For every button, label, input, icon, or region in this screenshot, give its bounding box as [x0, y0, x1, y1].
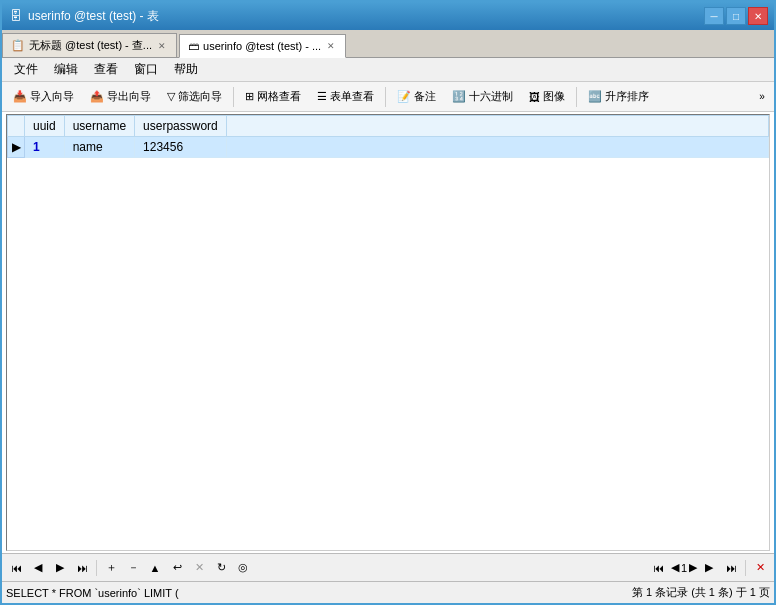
menu-file[interactable]: 文件	[6, 59, 46, 80]
grid-icon: ⊞	[245, 90, 254, 103]
import-icon: 📥	[13, 90, 27, 103]
hex-icon: 🔢	[452, 90, 466, 103]
status-bar: SELECT * FROM `userinfo` LIMIT ( 第 1 条记录…	[2, 581, 774, 603]
nav-sep-2	[745, 560, 746, 576]
page-first-button[interactable]: ⏮	[649, 558, 669, 578]
page-next-button[interactable]: ▶	[699, 558, 719, 578]
menu-bar: 文件 编辑 查看 窗口 帮助	[2, 58, 774, 82]
page-num-icon: ◀	[671, 561, 679, 574]
minimize-button[interactable]: ─	[704, 7, 724, 25]
row-arrow: ▶	[12, 140, 21, 154]
page-number: 1	[681, 562, 687, 574]
page-number-display: ◀ 1 ▶	[671, 561, 697, 574]
sort-asc-button[interactable]: 🔤 升序排序	[581, 85, 656, 109]
tab-label: userinfo @test (test) - ...	[203, 40, 321, 52]
nav-moveup-button[interactable]: ▲	[145, 558, 165, 578]
nav-bar: ⏮ ◀ ▶ ⏭ ＋ － ▲ ↩ ✕ ↻ ◎ ⏮ ◀ 1 ▶ ▶ ⏭ ✕	[2, 553, 774, 581]
nav-undo-button[interactable]: ↩	[167, 558, 187, 578]
data-table: uuid username userpassword ▶ 1 name 1234…	[7, 115, 769, 158]
import-wizard-button[interactable]: 📥 导入向导	[6, 85, 81, 109]
page-total-icon: ▶	[689, 561, 697, 574]
note-button[interactable]: 📝 备注	[390, 85, 443, 109]
nav-sep-1	[96, 560, 97, 576]
table-row[interactable]: ▶ 1 name 123456	[8, 137, 769, 158]
col-empty-header	[226, 116, 768, 137]
main-window: 🗄 userinfo @test (test) - 表 ─ □ ✕ 📋 无标题 …	[0, 0, 776, 605]
title-bar: 🗄 userinfo @test (test) - 表 ─ □ ✕	[2, 2, 774, 30]
export-icon: 📤	[90, 90, 104, 103]
app-icon: 🗄	[8, 8, 24, 24]
form-view-button[interactable]: ☰ 表单查看	[310, 85, 381, 109]
page-last-button[interactable]: ⏭	[721, 558, 741, 578]
nav-first-button[interactable]: ⏮	[6, 558, 26, 578]
menu-view[interactable]: 查看	[86, 59, 126, 80]
toolbar-sep-2	[385, 87, 386, 107]
nav-cancel-button[interactable]: ✕	[189, 558, 209, 578]
nav-next-button[interactable]: ▶	[50, 558, 70, 578]
close-button[interactable]: ✕	[748, 7, 768, 25]
table-area: uuid username userpassword ▶ 1 name 1234…	[6, 114, 770, 551]
cell-empty	[226, 137, 768, 158]
tab-userinfo[interactable]: 🗃 userinfo @test (test) - ... ✕	[179, 34, 346, 58]
toolbar-expand-button[interactable]: »	[754, 89, 770, 105]
col-uuid-header: uuid	[25, 116, 65, 137]
maximize-button[interactable]: □	[726, 7, 746, 25]
export-wizard-button[interactable]: 📤 导出向导	[83, 85, 158, 109]
tab-close-button[interactable]: ✕	[325, 40, 337, 52]
nav-delete-button[interactable]: －	[123, 558, 143, 578]
toolbar: 📥 导入向导 📤 导出向导 ▽ 筛选向导 ⊞ 网格查看 ☰ 表单查看 📝 备注 …	[2, 82, 774, 112]
hex-button[interactable]: 🔢 十六进制	[445, 85, 520, 109]
menu-window[interactable]: 窗口	[126, 59, 166, 80]
grid-view-button[interactable]: ⊞ 网格查看	[238, 85, 308, 109]
image-icon: 🖼	[529, 91, 540, 103]
note-icon: 📝	[397, 90, 411, 103]
tab-label: 无标题 @test (test) - 查...	[29, 38, 152, 53]
nav-prev-button[interactable]: ◀	[28, 558, 48, 578]
cell-username[interactable]: name	[64, 137, 134, 158]
status-record-info: 第 1 条记录 (共 1 条) 于 1 页	[632, 585, 770, 600]
filter-icon: ▽	[167, 90, 175, 103]
cell-userpassword[interactable]: 123456	[135, 137, 227, 158]
row-indicator-header	[8, 116, 25, 137]
col-username-header: username	[64, 116, 134, 137]
toolbar-sep-1	[233, 87, 234, 107]
title-text: userinfo @test (test) - 表	[28, 8, 700, 25]
nav-filter-button[interactable]: ◎	[233, 558, 253, 578]
tab-close-button[interactable]: ✕	[156, 40, 168, 52]
cell-uuid[interactable]: 1	[25, 137, 65, 158]
title-buttons: ─ □ ✕	[704, 7, 768, 25]
menu-edit[interactable]: 编辑	[46, 59, 86, 80]
tab-untitled[interactable]: 📋 无标题 @test (test) - 查... ✕	[2, 33, 177, 57]
status-sql-text: SELECT * FROM `userinfo` LIMIT (	[6, 587, 628, 599]
menu-help[interactable]: 帮助	[166, 59, 206, 80]
filter-wizard-button[interactable]: ▽ 筛选向导	[160, 85, 229, 109]
tab-icon: 🗃	[188, 40, 199, 52]
row-arrow-cell: ▶	[8, 137, 25, 158]
sort-icon: 🔤	[588, 90, 602, 103]
tab-bar: 📋 无标题 @test (test) - 查... ✕ 🗃 userinfo @…	[2, 30, 774, 58]
toolbar-sep-3	[576, 87, 577, 107]
tab-icon: 📋	[11, 39, 25, 52]
image-button[interactable]: 🖼 图像	[522, 85, 572, 109]
nav-add-button[interactable]: ＋	[101, 558, 121, 578]
nav-last-button[interactable]: ⏭	[72, 558, 92, 578]
page-close-button[interactable]: ✕	[750, 558, 770, 578]
nav-refresh-button[interactable]: ↻	[211, 558, 231, 578]
form-icon: ☰	[317, 90, 327, 103]
col-userpassword-header: userpassword	[135, 116, 227, 137]
